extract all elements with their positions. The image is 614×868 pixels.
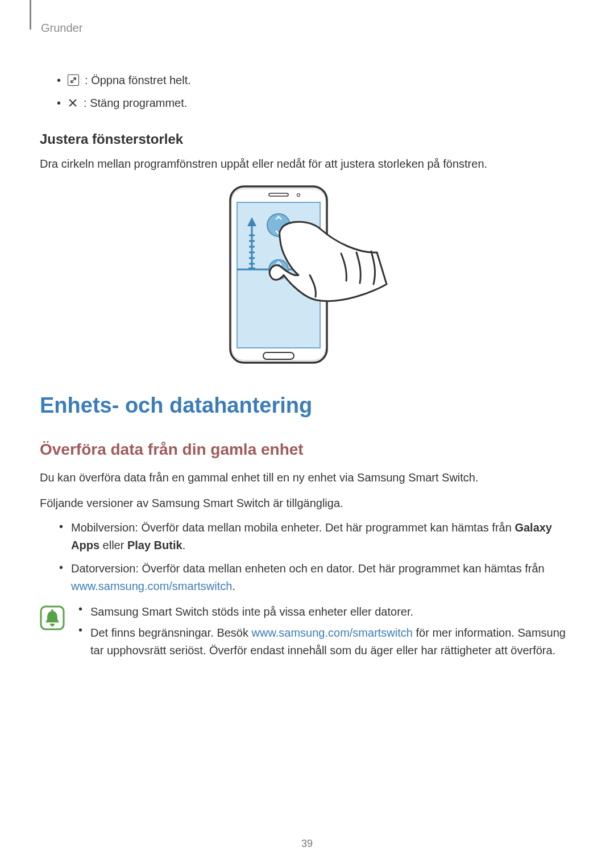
main-heading: Enhets- och datahantering <box>40 393 574 418</box>
note-text: Samsung Smart Switch stöds inte på vissa… <box>90 603 413 621</box>
section2-p2: Följande versioner av Samsung Smart Swit… <box>40 495 574 512</box>
icon-legend-list: • : Öppna fönstret helt. • : Stäng progr… <box>57 69 574 114</box>
text: . <box>232 580 235 592</box>
note-text: Det finns begränsningar. Besök www.samsu… <box>90 624 574 659</box>
bullet-dot: • <box>57 74 61 86</box>
text: Datorversion: Överför data mellan enhete… <box>71 562 545 575</box>
list-item: • Det finns begränsningar. Besök www.sam… <box>78 624 574 659</box>
svg-point-22 <box>51 609 53 612</box>
expand-icon <box>68 74 79 86</box>
bullet-dot: • <box>59 562 63 595</box>
smartswitch-link[interactable]: www.samsung.com/smartswitch <box>71 580 232 592</box>
note-list: • Samsung Smart Switch stöds inte på vis… <box>78 603 574 663</box>
section2-heading: Överföra data från din gamla enhet <box>40 441 574 459</box>
smartswitch-link[interactable]: www.samsung.com/smartswitch <box>252 626 413 639</box>
note-block: • Samsung Smart Switch stöds inte på vis… <box>40 603 574 663</box>
section1-body: Dra cirkeln mellan programfönstren uppåt… <box>40 155 574 173</box>
bold-text: Play Butik <box>127 539 182 551</box>
bullet-dot: • <box>78 603 82 621</box>
text: . <box>182 539 186 551</box>
text: Mobilversion: Överför data mellan mobila… <box>71 521 515 534</box>
header-accent <box>30 0 31 30</box>
bullet-dot: • <box>57 97 61 109</box>
icon-legend-expand: • : Öppna fönstret helt. <box>57 69 574 92</box>
phone-gesture-figure <box>40 184 574 365</box>
list-item: • Samsung Smart Switch stöds inte på vis… <box>78 603 574 621</box>
svg-line-0 <box>71 78 76 82</box>
list-item-text: Mobilversion: Överför data mellan mobila… <box>71 519 574 554</box>
version-list: • Mobilversion: Överför data mellan mobi… <box>59 519 574 595</box>
page-number: 39 <box>0 838 614 850</box>
list-item: • Datorversion: Överför data mellan enhe… <box>59 560 574 595</box>
page-header: Grunder <box>41 22 574 35</box>
list-item-text: Datorversion: Överför data mellan enhete… <box>71 560 574 595</box>
list-item: • Mobilversion: Överför data mellan mobi… <box>59 519 574 554</box>
close-icon <box>68 98 78 108</box>
bullet-dot: • <box>78 624 82 659</box>
section2-p1: Du kan överföra data från en gammal enhe… <box>40 469 574 487</box>
icon-legend-close: • : Stäng programmet. <box>57 92 574 114</box>
section-heading-adjust-size: Justera fönsterstorlek <box>40 131 574 147</box>
text: Det finns begränsningar. Besök <box>90 626 252 639</box>
bullet-dot: • <box>59 521 63 554</box>
note-bell-icon <box>40 605 65 630</box>
close-icon-desc: : Stäng programmet. <box>84 92 187 114</box>
expand-icon-desc: : Öppna fönstret helt. <box>85 69 191 92</box>
text: eller <box>99 539 127 551</box>
